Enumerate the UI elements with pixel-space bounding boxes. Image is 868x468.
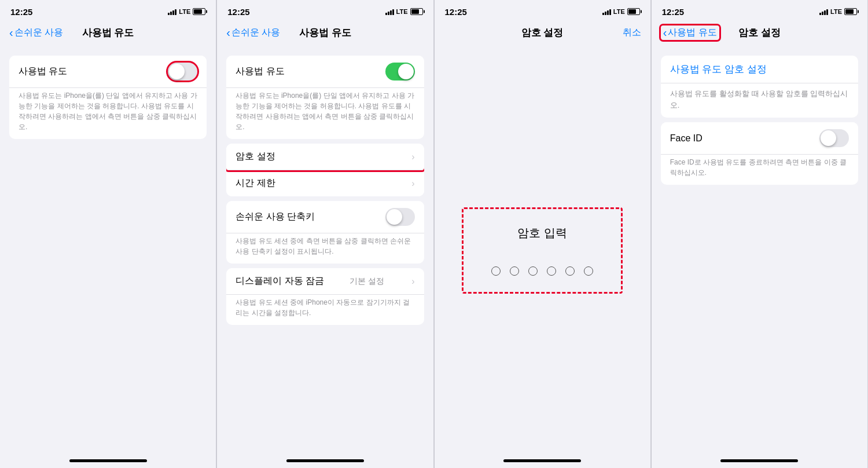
timelimit-chevron-2: › xyxy=(411,178,414,189)
back-button-4[interactable]: ‹ 사용법 유도 xyxy=(661,25,719,40)
panel-1: 12:25 LTE ‹ 손쉬운 사용 사용법 유도 xyxy=(0,0,216,468)
battery-icon-1 xyxy=(193,8,205,15)
faceid-label-4: Face ID xyxy=(670,133,703,144)
timelimit-label-2: 시간 제한 xyxy=(236,177,275,189)
cancel-button-3[interactable]: 취소 xyxy=(623,27,641,39)
displaylock-chevron-2: › xyxy=(411,276,414,287)
accessibility-description-2: 사용법 유도 세션 중에 측면 버튼을 삼중 클릭하면 손쉬운 사용 단축키 설… xyxy=(226,233,424,264)
passcode-dots-3 xyxy=(491,266,593,276)
signal-icon-1 xyxy=(168,8,176,15)
status-bar-2: 12:25 LTE xyxy=(217,0,433,21)
battery-fill-3 xyxy=(628,9,637,14)
status-icons-1: LTE xyxy=(168,8,205,15)
panel-3: 12:25 LTE 암호 설정 취소 암호 입력 xyxy=(435,0,651,468)
faceid-toggle-4[interactable] xyxy=(819,129,849,147)
back-arrow-icon-2: ‹ xyxy=(226,27,230,38)
time-2: 12:25 xyxy=(227,7,249,17)
passcode-setup-section-4: 사용법 유도 암호 설정 사용법 유도를 활성화할 때 사용할 암호를 입력하십… xyxy=(661,56,858,118)
back-label-2: 손쉬운 사용 xyxy=(231,27,280,39)
battery-icon-4 xyxy=(844,8,857,15)
accessibility-toggle-2[interactable] xyxy=(385,208,415,226)
accessibility-row-2: 손쉬운 사용 단축키 xyxy=(226,201,424,233)
displaylock-section-2: 디스플레이 자동 잠금 기본 설정 › 사용법 유도 세션 중에 iPhone이… xyxy=(226,268,424,325)
faceid-section-4: Face ID Face ID로 사용법 유도를 종료하려면 측면 버튼을 이중… xyxy=(661,122,858,185)
lte-badge-4: LTE xyxy=(830,8,842,15)
back-button-1[interactable]: ‹ 손쉬운 사용 xyxy=(9,27,63,39)
status-icons-3: LTE xyxy=(602,8,640,15)
main-toggle-section-2: 사용법 유도 사용법 유도는 iPhone을(를) 단일 앱에서 유지하고 사용… xyxy=(226,56,424,139)
nav-bar-3: 암호 설정 취소 xyxy=(435,21,650,46)
status-bar-1: 12:25 LTE xyxy=(0,0,216,21)
back-arrow-icon-1: ‹ xyxy=(9,27,13,38)
main-toggle-row-2: 사용법 유도 xyxy=(226,56,424,88)
back-button-2[interactable]: ‹ 손쉬운 사용 xyxy=(226,27,280,39)
signal-icon-3 xyxy=(602,8,611,15)
passcode-setup-desc-4: 사용법 유도를 활성화할 때 사용할 암호를 입력하십시오. xyxy=(661,83,858,118)
nav-title-4: 암호 설정 xyxy=(738,26,781,39)
accessibility-knob-2 xyxy=(387,209,402,225)
passcode-row-2[interactable]: 암호 설정 › xyxy=(226,144,424,170)
nav-title-3: 암호 설정 xyxy=(521,26,564,39)
time-4: 12:25 xyxy=(662,7,684,17)
toggle-label-2: 사용법 유도 xyxy=(236,65,284,78)
dot-3 xyxy=(528,266,538,276)
signal-icon-4 xyxy=(819,8,828,15)
main-toggle-row-1: 사용법 유도 xyxy=(9,56,207,88)
battery-fill-1 xyxy=(194,9,202,14)
dot-4 xyxy=(547,266,556,276)
rows-section-2: 암호 설정 › 시간 제한 › xyxy=(226,144,424,196)
panel-4: 12:25 LTE ‹ 사용법 유도 암호 설정 xyxy=(652,0,868,468)
passcode-content-3: 암호 입력 xyxy=(435,46,650,455)
dot-5 xyxy=(565,266,575,276)
accessibility-label-2: 손쉬운 사용 단축키 xyxy=(236,211,315,223)
status-bar-4: 12:25 LTE xyxy=(652,0,867,21)
time-1: 12:25 xyxy=(10,7,32,17)
toggle-switch-1[interactable] xyxy=(168,63,197,81)
dot-6 xyxy=(584,266,593,276)
battery-icon-3 xyxy=(627,8,640,15)
dot-2 xyxy=(510,266,519,276)
back-label-1: 손쉬운 사용 xyxy=(14,27,63,39)
toggle-description-2: 사용법 유도는 iPhone을(를) 단일 앱에서 유지하고 사용 가능한 기능… xyxy=(226,88,424,139)
toggle-description-1: 사용법 유도는 iPhone을(를) 단일 앱에서 유지하고 사용 가능한 기능… xyxy=(9,88,207,139)
nav-bar-2: ‹ 손쉬운 사용 사용법 유도 xyxy=(217,21,433,46)
back-label-4: 사용법 유도 xyxy=(668,27,716,39)
signal-icon-2 xyxy=(385,8,394,15)
toggle-label-1: 사용법 유도 xyxy=(19,65,67,78)
accessibility-section-2: 손쉬운 사용 단축키 사용법 유도 세션 중에 측면 버튼을 삼중 클릭하면 손… xyxy=(226,201,424,264)
displaylock-label-2: 디스플레이 자동 잠금 xyxy=(236,275,324,287)
toggle-knob-2 xyxy=(398,64,414,79)
displaylock-value-2: 기본 설정 xyxy=(350,276,384,287)
main-toggle-section-1: 사용법 유도 사용법 유도는 iPhone을(를) 단일 앱에서 유지하고 사용… xyxy=(9,56,207,139)
faceid-description-4: Face ID로 사용법 유도를 종료하려면 측면 버튼을 이중 클릭하십시오. xyxy=(661,155,858,185)
battery-fill-4 xyxy=(845,9,854,14)
faceid-row-4: Face ID xyxy=(661,122,858,155)
toggle-knob-1 xyxy=(169,64,185,79)
nav-bar-1: ‹ 손쉬운 사용 사용법 유도 xyxy=(0,21,216,46)
dot-1 xyxy=(491,266,501,276)
passcode-box-3: 암호 입력 xyxy=(462,207,623,294)
lte-badge-3: LTE xyxy=(613,8,625,15)
home-bar-3 xyxy=(503,459,581,462)
displaylock-row-2[interactable]: 디스플레이 자동 잠금 기본 설정 › xyxy=(226,268,424,295)
home-bar-1 xyxy=(69,459,147,462)
status-icons-2: LTE xyxy=(385,8,423,15)
displaylock-description-2: 사용법 유도 세션 중에 iPhone이 자동으로 잠기기까지 걸리는 시간을 … xyxy=(226,295,424,325)
passcode-label-2: 암호 설정 xyxy=(236,151,275,163)
status-bar-3: 12:25 LTE xyxy=(435,0,650,21)
nav-title-2: 사용법 유도 xyxy=(299,26,351,39)
passcode-chevron-2: › xyxy=(411,152,414,162)
time-3: 12:25 xyxy=(445,7,467,17)
panel-2: 12:25 LTE ‹ 손쉬운 사용 사용법 유도 xyxy=(217,0,433,468)
nav-title-1: 사용법 유도 xyxy=(82,26,134,39)
panels-container: 12:25 LTE ‹ 손쉬운 사용 사용법 유도 xyxy=(0,0,868,468)
home-bar-4 xyxy=(720,459,798,462)
content-1: 사용법 유도 사용법 유도는 iPhone을(를) 단일 앱에서 유지하고 사용… xyxy=(0,46,216,455)
battery-icon-2 xyxy=(410,8,423,15)
battery-fill-2 xyxy=(411,9,420,14)
status-icons-4: LTE xyxy=(819,8,857,15)
toggle-switch-2[interactable] xyxy=(385,63,415,81)
timelimit-row-2[interactable]: 시간 제한 › xyxy=(226,170,424,196)
faceid-knob-4 xyxy=(821,130,836,146)
passcode-title-3: 암호 입력 xyxy=(517,225,567,241)
